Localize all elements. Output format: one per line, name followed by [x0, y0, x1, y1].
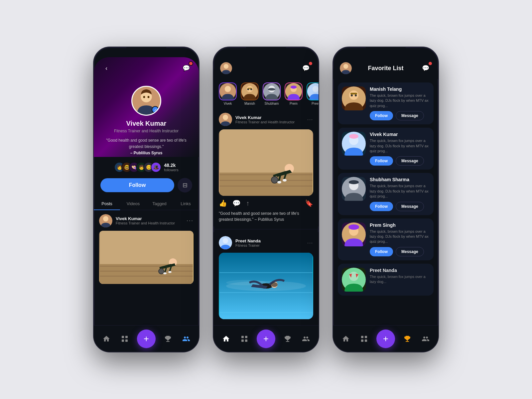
- follow-btn-row: Follow ⊟: [94, 178, 199, 193]
- profile-title: Fitness Trainer and Health Instructor: [114, 129, 179, 133]
- svg-rect-69: [241, 339, 244, 342]
- follow-button-manish[interactable]: Follow: [370, 111, 393, 120]
- fav-desc-vivek: The quick, brown fox jumps over a lazy d…: [370, 138, 430, 154]
- comment-button[interactable]: 💬: [232, 199, 241, 207]
- post-header-1: Vivek Kumar Fitness Trainer and Health I…: [219, 113, 313, 126]
- feed-actions-1: 👍 💬 ↑ 🔖: [219, 199, 313, 207]
- story-manish[interactable]: Manish: [241, 82, 259, 105]
- tab-videos[interactable]: Videos: [120, 198, 146, 210]
- fav-message-button[interactable]: 💬: [420, 62, 432, 74]
- post-author-1: Vivek Kumar: [235, 115, 295, 120]
- nav-home[interactable]: [100, 333, 112, 345]
- feed-message-button[interactable]: 💬: [300, 62, 312, 74]
- svg-point-80: [349, 134, 358, 139]
- nav-trophy[interactable]: [162, 333, 174, 345]
- nav-home-3[interactable]: [340, 333, 352, 345]
- story-avatar: [263, 82, 281, 100]
- story-shubham[interactable]: Shubham: [263, 82, 281, 105]
- svg-point-57: [223, 238, 228, 243]
- phone-feed: 💬 Vivek: [213, 47, 319, 352]
- fav-buttons-shubham: Follow Message: [370, 202, 430, 211]
- fav-name-vivek: Vivek Kumar: [370, 132, 430, 137]
- share-button[interactable]: ↑: [246, 200, 249, 207]
- message-button[interactable]: 💬: [180, 62, 192, 74]
- tab-tagged[interactable]: Tagged: [146, 198, 173, 210]
- nav-gallery-3[interactable]: [358, 333, 370, 345]
- story-preet[interactable]: Preet: [307, 82, 319, 105]
- follow-button-vivek[interactable]: Follow: [370, 156, 393, 166]
- post-header: Vivek Kumar Fitness Trainer and Health I…: [99, 214, 194, 227]
- nav-people[interactable]: [180, 333, 192, 345]
- back-button[interactable]: ‹: [100, 62, 112, 74]
- post-header-2: Preet Nanda Fitness Trainer ···: [219, 236, 313, 249]
- follow-button-prem[interactable]: Follow: [370, 247, 393, 256]
- svg-point-37: [291, 85, 297, 88]
- post-subtitle-1: Fitness Trainer and Health Instructor: [235, 120, 295, 124]
- fav-buttons-manish: Follow Message: [370, 111, 430, 120]
- svg-rect-47: [219, 180, 313, 181]
- nav-trophy-3[interactable]: [401, 333, 413, 345]
- svg-point-55: [283, 179, 287, 182]
- fav-info-preet: Preet Nanda The quick, brown fox jumps o…: [370, 268, 430, 287]
- message-button-manish[interactable]: Message: [396, 111, 424, 120]
- nav-people-2[interactable]: [300, 333, 312, 345]
- svg-rect-45: [219, 173, 313, 196]
- message-button-vivek[interactable]: Message: [396, 156, 424, 166]
- story-avatar: [285, 82, 303, 100]
- message-button-prem[interactable]: Message: [396, 247, 424, 256]
- story-avatar: [307, 82, 319, 100]
- nav-trophy-2[interactable]: [282, 333, 294, 345]
- nav-home-2[interactable]: [220, 333, 232, 345]
- svg-point-15: [159, 269, 164, 274]
- follow-button-shubham[interactable]: Follow: [370, 202, 393, 211]
- post-author-subtitle: Fitness Trainer and Health Instructor: [116, 221, 175, 225]
- svg-point-6: [103, 216, 108, 221]
- tab-links[interactable]: Links: [173, 198, 199, 210]
- phone-profile: ‹ 💬 ✓ Vi: [93, 47, 200, 352]
- add-button-2[interactable]: +: [257, 330, 275, 348]
- follow-button[interactable]: Follow: [100, 178, 174, 192]
- story-vivek[interactable]: Vivek: [219, 82, 237, 105]
- post-avatar-2: [219, 236, 232, 249]
- post-options-2[interactable]: ···: [307, 240, 313, 245]
- follower-avatar: 🎩: [151, 162, 161, 173]
- story-name: Prem: [290, 102, 298, 105]
- story-avatar: [241, 82, 259, 100]
- bottom-nav-2: +: [213, 325, 319, 352]
- add-button[interactable]: +: [137, 330, 156, 348]
- nav-gallery-2[interactable]: [238, 333, 250, 345]
- stories-row: Vivek Manish: [213, 79, 319, 109]
- favorite-card-shubham: Shubham Sharma The quick, brown fox jump…: [338, 173, 434, 215]
- story-name: Vivek: [224, 102, 232, 105]
- svg-rect-92: [365, 339, 367, 342]
- svg-rect-67: [241, 336, 244, 338]
- bookmark-button[interactable]: 🔖: [305, 199, 313, 207]
- nav-gallery[interactable]: [119, 333, 131, 345]
- post-image: [99, 231, 194, 284]
- fav-avatar-prem: [342, 222, 366, 246]
- message-button-shubham[interactable]: Message: [396, 202, 424, 211]
- post-info: Vivek Kumar Fitness Trainer and Health I…: [116, 216, 175, 225]
- bookmark-button[interactable]: ⊟: [178, 178, 192, 193]
- like-button[interactable]: 👍: [219, 199, 227, 207]
- followers-row: 🧑 🤓 👒 🧒 😊 🎩 48.2k followers: [114, 162, 178, 173]
- follower-avatars: 🧑 🤓 👒 🧒 😊 🎩: [114, 162, 161, 173]
- favorites-title: Favorite List: [368, 65, 403, 72]
- story-prem[interactable]: Prem: [285, 82, 303, 105]
- add-button-3[interactable]: +: [376, 330, 395, 348]
- post-options-1[interactable]: ···: [307, 117, 313, 122]
- tab-posts[interactable]: Posts: [94, 198, 120, 210]
- svg-point-18: [168, 271, 172, 273]
- followers-count: 48.2k followers: [164, 163, 178, 172]
- svg-point-39: [313, 86, 319, 92]
- favorite-card-preet: Preet Nanda The quick, brown fox jumps o…: [338, 264, 434, 296]
- nav-people-3[interactable]: [420, 333, 432, 345]
- svg-rect-89: [361, 336, 363, 338]
- post-options[interactable]: ···: [187, 217, 194, 224]
- svg-point-86: [348, 224, 359, 230]
- svg-rect-90: [365, 336, 367, 338]
- favorite-list: Manish Telang The quick, brown fox jumps…: [333, 79, 438, 299]
- feed-top-bar: 💬: [213, 57, 319, 79]
- svg-point-66: [271, 282, 278, 287]
- favorite-card-prem: Prem Singh The quick, brown fox jumps ov…: [338, 218, 434, 260]
